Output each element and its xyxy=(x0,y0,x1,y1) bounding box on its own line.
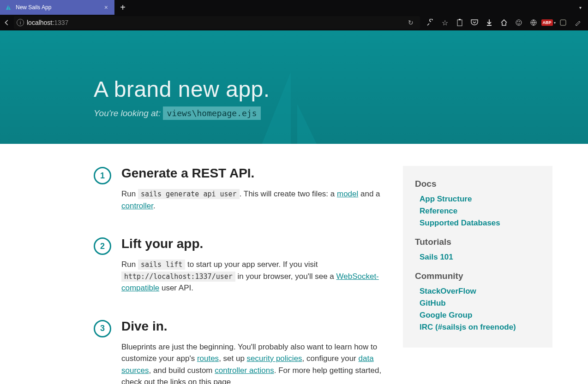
svg-rect-6 xyxy=(560,20,566,25)
step-text: Run sails generate api user. This will c… xyxy=(121,188,384,212)
browser-tab-bar: New Sails App × + ▾ xyxy=(0,0,588,15)
new-tab-button[interactable]: + xyxy=(114,0,131,15)
back-button-icon[interactable] xyxy=(2,18,12,28)
step-2: 2 Lift your app. Run sails lift to start… xyxy=(94,236,384,294)
security-policies-link[interactable]: security policies xyxy=(247,354,302,363)
hero-banner: A brand new app. You're looking at: view… xyxy=(0,30,588,144)
site-info-icon[interactable]: i xyxy=(17,19,24,26)
reload-icon[interactable]: ↻ xyxy=(404,19,417,26)
devtools-icon[interactable] xyxy=(426,18,435,27)
sidebar-link[interactable]: StackOverFlow xyxy=(420,287,540,296)
svg-rect-1 xyxy=(459,19,461,20)
sidebar-link[interactable]: Sails 101 xyxy=(420,253,540,262)
step-3: 3 Dive in. Blueprints are just the begin… xyxy=(94,319,384,384)
close-tab-icon[interactable]: × xyxy=(102,4,110,11)
edit-icon[interactable] xyxy=(573,18,582,27)
sidebar-link[interactable]: IRC (#sailsjs on freenode) xyxy=(420,323,540,332)
url-port: 1337 xyxy=(54,19,68,26)
sidebar-link[interactable]: Google Group xyxy=(420,311,540,320)
sidebar-heading-community: Community xyxy=(415,271,540,281)
model-link[interactable]: model xyxy=(337,189,358,198)
clipboard-icon[interactable] xyxy=(455,18,464,27)
hero-subtitle: You're looking at: views\homepage.ejs xyxy=(94,108,552,118)
tab-title: New Sails App xyxy=(16,4,102,11)
svg-point-2 xyxy=(516,20,522,25)
code-snippet: sails lift xyxy=(138,260,185,270)
step-text: Blueprints are just the beginning. You'l… xyxy=(121,341,384,384)
sidebar-link[interactable]: Reference xyxy=(420,207,540,216)
code-snippet: sails generate api user xyxy=(138,189,240,199)
pocket-icon[interactable] xyxy=(470,18,479,27)
controller-link[interactable]: controller xyxy=(121,201,153,210)
controller-actions-link[interactable]: controller actions xyxy=(215,366,274,375)
sidebar-link[interactable]: GitHub xyxy=(420,299,540,308)
sidebar-link[interactable]: Supported Databases xyxy=(420,219,540,228)
hero-title: A brand new app. xyxy=(94,77,552,102)
downloads-icon[interactable] xyxy=(485,18,494,27)
browser-nav-bar: i localhost:1337 ↻ ☆ ABP▾ xyxy=(0,15,588,30)
step-number: 1 xyxy=(94,167,111,184)
hero-subtitle-prefix: You're looking at: xyxy=(94,108,163,118)
step-number: 3 xyxy=(94,320,111,337)
sidebar: Docs App Structure Reference Supported D… xyxy=(403,166,552,348)
sidebar-link[interactable]: App Structure xyxy=(420,195,540,204)
step-number: 2 xyxy=(94,237,111,255)
toolbar-icons: ☆ ABP▾ xyxy=(422,18,586,27)
step-title: Lift your app. xyxy=(121,236,384,251)
tab-bar-menu[interactable]: ▾ xyxy=(131,0,588,15)
url-host: localhost: xyxy=(27,19,54,26)
sails-favicon-icon xyxy=(5,4,12,11)
routes-link[interactable]: routes xyxy=(197,354,219,363)
step-title: Dive in. xyxy=(121,319,384,334)
hero-view-path: views\homepage.ejs xyxy=(163,106,260,120)
step-title: Generate a REST API. xyxy=(121,166,384,181)
extension-icon[interactable] xyxy=(558,18,568,27)
step-1: 1 Generate a REST API. Run sails generat… xyxy=(94,166,384,212)
abp-icon[interactable]: ABP▾ xyxy=(544,18,553,27)
steps-column: 1 Generate a REST API. Run sails generat… xyxy=(94,166,384,384)
browser-tab[interactable]: New Sails App × xyxy=(0,0,114,15)
svg-rect-0 xyxy=(457,20,462,26)
sidebar-heading-docs: Docs xyxy=(415,179,540,189)
sidebar-heading-tutorials: Tutorials xyxy=(415,237,540,247)
face-icon[interactable] xyxy=(514,18,523,27)
bookmark-star-icon[interactable]: ☆ xyxy=(440,18,450,27)
home-icon[interactable] xyxy=(499,18,509,27)
code-url: http://localhost:1337/user xyxy=(121,272,235,282)
globe-icon[interactable] xyxy=(529,18,538,27)
address-bar[interactable]: i localhost:1337 ↻ xyxy=(14,16,420,29)
svg-point-4 xyxy=(519,21,520,22)
step-text: Run sails lift to start up your app serv… xyxy=(121,259,384,294)
svg-point-3 xyxy=(517,21,518,22)
main-content: 1 Generate a REST API. Run sails generat… xyxy=(36,166,552,384)
